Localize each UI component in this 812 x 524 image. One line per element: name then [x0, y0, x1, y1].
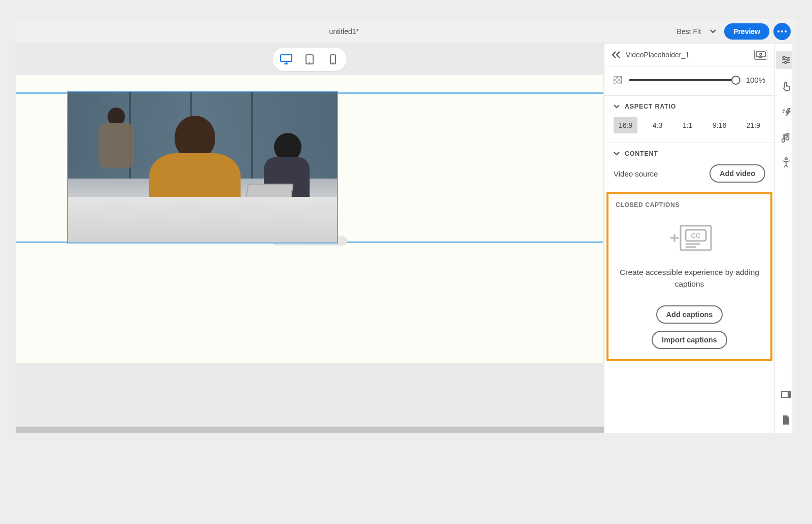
selected-object-name: VideoPlaceholder_1	[626, 51, 749, 59]
svg-point-13	[787, 59, 789, 61]
preview-button[interactable]: Preview	[724, 23, 769, 40]
sliders-icon	[781, 56, 791, 64]
vertical-scrollbar[interactable]	[792, 44, 797, 433]
closed-captions-section: CLOSED CAPTIONS CC Create accessible exp…	[606, 192, 772, 361]
properties-header: VideoPlaceholder_1	[604, 44, 774, 66]
closed-captions-illustration: CC	[616, 223, 763, 255]
aspect-ratio-section: ASPECT RATIO 16:9 4:3 1:1 9:16 21:9	[604, 96, 774, 143]
lightning-icon	[781, 108, 791, 116]
captions-icon: CC	[665, 223, 714, 255]
aspect-ratio-option[interactable]: 9:16	[707, 117, 731, 133]
opacity-value: 100%	[743, 76, 765, 84]
stage-column	[15, 44, 604, 433]
svg-point-12	[783, 56, 785, 58]
horizontal-scrollbar[interactable]	[16, 427, 604, 433]
svg-point-4	[332, 62, 333, 63]
aspect-ratio-option[interactable]: 4:3	[648, 117, 667, 133]
svg-point-2	[309, 62, 310, 63]
device-mobile-button[interactable]	[324, 51, 342, 68]
hand-pointer-icon	[781, 81, 791, 92]
filmstrip-icon	[781, 391, 791, 399]
content-title: CONTENT	[625, 150, 658, 157]
transparency-icon	[614, 76, 622, 84]
canvas[interactable]	[16, 75, 603, 363]
svg-rect-0	[281, 55, 292, 61]
content-header[interactable]: CONTENT	[614, 150, 765, 157]
aspect-ratio-option[interactable]: 16:9	[614, 117, 637, 133]
aspect-ratio-option[interactable]: 21:9	[741, 117, 765, 133]
chevrons-left-icon	[612, 51, 621, 58]
closed-captions-title: CLOSED CAPTIONS	[616, 201, 763, 208]
device-toggle	[15, 44, 604, 75]
svg-point-14	[785, 61, 787, 63]
opacity-slider-thumb[interactable]	[731, 76, 740, 85]
chevron-down-icon	[614, 152, 620, 156]
svg-rect-17	[788, 392, 791, 398]
app-window: untitled1* Best Fit Preview	[15, 19, 797, 433]
chevron-down-icon	[710, 29, 716, 33]
collapse-panel-button[interactable]	[612, 51, 621, 58]
video-preview-image	[68, 92, 337, 242]
aspect-ratio-option[interactable]: 1:1	[678, 117, 697, 133]
tablet-icon	[306, 54, 314, 64]
add-video-button[interactable]: Add video	[709, 164, 765, 183]
video-placeholder[interactable]	[68, 92, 337, 242]
zoom-select-label: Best Fit	[677, 27, 701, 36]
accessibility-icon	[781, 157, 791, 168]
zoom-select[interactable]: Best Fit	[673, 24, 720, 39]
opacity-row: 100%	[604, 66, 774, 96]
desktop-icon	[280, 54, 292, 64]
aspect-ratio-header[interactable]: ASPECT RATIO	[614, 103, 765, 110]
video-source-label: Video source	[614, 169, 658, 178]
content-section: CONTENT Video source Add video	[604, 143, 774, 192]
main-area: VideoPlaceholder_1 100%	[15, 44, 797, 433]
document-title: untitled1*	[329, 27, 359, 36]
import-captions-button[interactable]: Import captions	[652, 331, 727, 349]
more-options-button[interactable]	[773, 23, 791, 40]
opacity-slider[interactable]	[629, 79, 736, 81]
svg-point-15	[785, 158, 787, 160]
monitor-eye-icon	[756, 51, 766, 58]
device-tablet-button[interactable]	[301, 51, 318, 68]
music-note-icon	[782, 132, 791, 143]
aspect-ratio-title: ASPECT RATIO	[625, 103, 676, 110]
svg-rect-5	[756, 52, 765, 57]
closed-captions-message: Create accessible experience by adding c…	[616, 266, 763, 290]
properties-panel: VideoPlaceholder_1 100%	[604, 44, 774, 433]
device-desktop-button[interactable]	[278, 51, 295, 68]
document-icon	[782, 415, 790, 425]
responsive-visibility-button[interactable]	[754, 50, 767, 60]
top-bar: untitled1* Best Fit Preview	[15, 19, 797, 44]
svg-text:CC: CC	[691, 232, 700, 239]
chevron-down-icon	[614, 104, 620, 109]
mobile-icon	[330, 54, 336, 64]
svg-point-6	[760, 53, 762, 55]
add-captions-button[interactable]: Add captions	[656, 305, 723, 324]
